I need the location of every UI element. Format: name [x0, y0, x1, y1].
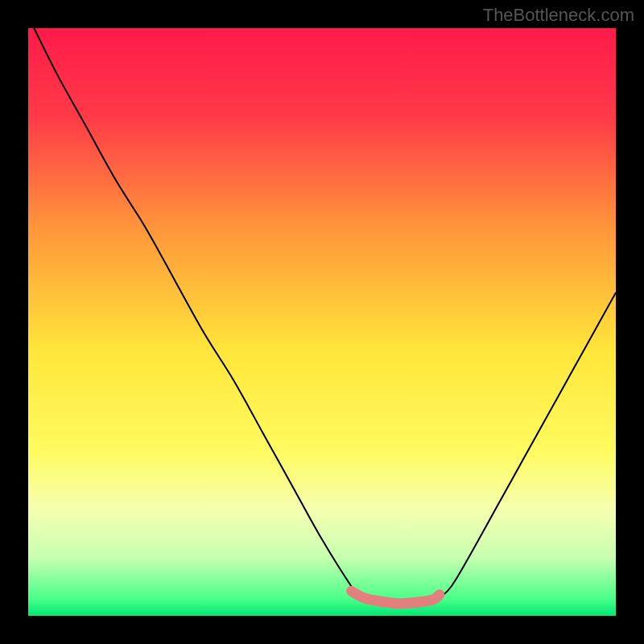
chart-svg — [28, 28, 616, 616]
bottleneck-curve — [34, 28, 616, 605]
chart-area — [28, 28, 616, 616]
optimal-range-marker — [352, 591, 440, 603]
watermark-text: TheBottleneck.com — [483, 5, 634, 26]
